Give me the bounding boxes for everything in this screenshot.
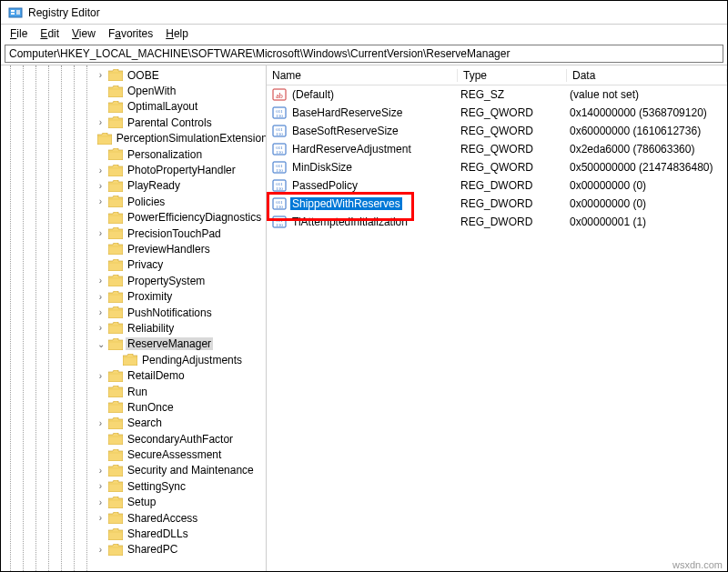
tree-item[interactable]: ⌄ReserveManager [3, 336, 266, 352]
tree-item[interactable]: ›PlayReady [3, 178, 266, 194]
tree-item-label[interactable]: SettingSync [126, 480, 187, 493]
menu-edit[interactable]: Edit [35, 26, 65, 41]
chevron-right-icon[interactable]: › [94, 117, 107, 127]
chevron-right-icon[interactable]: › [94, 196, 107, 206]
tree-item-label[interactable]: OOBE [126, 69, 161, 82]
chevron-right-icon[interactable]: › [94, 418, 107, 428]
tree-item[interactable]: ·OptimalLayout [3, 99, 266, 115]
value-name[interactable]: MinDiskSize [290, 161, 354, 174]
value-name[interactable]: (Default) [290, 88, 336, 101]
column-name[interactable]: Name [267, 69, 458, 82]
column-data[interactable]: Data [567, 69, 727, 82]
tree-item-label[interactable]: OpenWith [126, 85, 177, 97]
list-header[interactable]: Name Type Data [267, 65, 727, 85]
column-type[interactable]: Type [458, 69, 567, 82]
tree-item[interactable]: ›Security and Maintenance [3, 463, 266, 478]
menu-file[interactable]: File [5, 26, 33, 41]
tree-item[interactable]: ·OpenWith [3, 83, 266, 98]
menu-favorites[interactable]: Favorites [103, 26, 158, 41]
tree-item-label[interactable]: Search [126, 416, 164, 429]
value-name[interactable]: PassedPolicy [290, 179, 359, 192]
chevron-down-icon[interactable]: ⌄ [94, 339, 107, 349]
tree-item-label[interactable]: Proximity [126, 290, 174, 303]
value-row[interactable]: 011110BaseHardReserveSizeREG_QWORD0x1400… [267, 104, 727, 122]
tree-item[interactable]: ›Search [3, 416, 266, 431]
chevron-right-icon[interactable]: › [94, 307, 107, 317]
chevron-right-icon[interactable]: › [94, 513, 107, 523]
tree-item[interactable]: ·RunOnce [3, 399, 266, 415]
tree-item[interactable]: ›SharedAccess [3, 510, 266, 526]
tree-item[interactable]: ·PerceptionSimulationExtensions [3, 131, 266, 146]
tree-item[interactable]: ·PendingAdjustments [3, 352, 266, 367]
chevron-right-icon[interactable]: › [94, 466, 107, 476]
menu-view[interactable]: View [66, 26, 101, 41]
tree-item[interactable]: ›PropertySystem [3, 273, 266, 288]
tree-item[interactable]: ›SharedPC [3, 542, 266, 557]
tree-item[interactable]: ·Personalization [3, 146, 266, 162]
tree-item[interactable]: ›RetailDemo [3, 367, 266, 383]
tree-item[interactable]: ·SecureAssessment [3, 447, 266, 462]
value-row[interactable]: 011110MinDiskSizeREG_QWORD0x500000000 (2… [267, 158, 727, 176]
chevron-right-icon[interactable]: › [94, 545, 107, 555]
tree-item-label[interactable]: PropertySystem [126, 275, 207, 287]
value-row[interactable]: 011110TiAttemptedInitializationREG_DWORD… [267, 213, 727, 231]
tree-item-label[interactable]: Setup [126, 496, 157, 508]
tree-item[interactable]: ›SettingSync [3, 478, 266, 494]
value-name[interactable]: TiAttemptedInitialization [290, 216, 410, 228]
tree-item-label[interactable]: SecondaryAuthFactor [126, 433, 235, 446]
tree-item-label[interactable]: PrecisionTouchPad [126, 227, 223, 240]
chevron-right-icon[interactable]: › [94, 70, 107, 80]
value-name[interactable]: BaseHardReserveSize [290, 106, 404, 119]
value-row[interactable]: 011110ShippedWithReservesREG_DWORD0x0000… [267, 195, 727, 213]
value-name[interactable]: HardReserveAdjustment [290, 143, 413, 156]
value-name[interactable]: ShippedWithReserves [290, 197, 402, 210]
value-name[interactable]: BaseSoftReserveSize [290, 125, 400, 137]
chevron-right-icon[interactable]: › [94, 228, 107, 238]
tree-item[interactable]: ›Policies [3, 194, 266, 209]
tree-item-label[interactable]: ReserveManager [126, 337, 213, 350]
tree-item-label[interactable]: PendingAdjustments [140, 354, 244, 366]
values-pane[interactable]: Name Type Data ab(Default)REG_SZ(value n… [267, 65, 727, 571]
address-bar[interactable]: Computer\HKEY_LOCAL_MACHINE\SOFTWARE\Mic… [5, 45, 723, 63]
tree-item-label[interactable]: PhotoPropertyHandler [126, 164, 238, 176]
tree-item-label[interactable]: Personalization [126, 148, 204, 161]
tree-item-label[interactable]: Privacy [126, 258, 165, 271]
value-row[interactable]: 011110PassedPolicyREG_DWORD0x00000000 (0… [267, 176, 727, 195]
tree-item[interactable]: ·Run [3, 384, 266, 399]
tree-item[interactable]: ·Privacy [3, 257, 266, 273]
value-row[interactable]: 011110HardReserveAdjustmentREG_QWORD0x2e… [267, 140, 727, 158]
tree-item-label[interactable]: PreviewHandlers [126, 243, 212, 256]
value-row[interactable]: 011110BaseSoftReserveSizeREG_QWORD0x6000… [267, 122, 727, 140]
tree-item-label[interactable]: Reliability [126, 322, 176, 335]
tree-item[interactable]: ·SecondaryAuthFactor [3, 431, 266, 447]
tree-item-label[interactable]: PowerEfficiencyDiagnostics [126, 211, 263, 224]
chevron-right-icon[interactable]: › [94, 276, 107, 286]
value-row[interactable]: ab(Default)REG_SZ(value not set) [267, 85, 727, 104]
menu-help[interactable]: Help [160, 26, 194, 41]
tree-item[interactable]: ›Proximity [3, 288, 266, 304]
tree-item[interactable]: ›Parental Controls [3, 115, 266, 130]
tree-item[interactable]: ›PhotoPropertyHandler [3, 162, 266, 177]
tree-item-label[interactable]: Policies [126, 196, 167, 208]
chevron-right-icon[interactable]: › [94, 371, 107, 381]
tree-item[interactable]: ›PushNotifications [3, 305, 266, 320]
tree-item-label[interactable]: PlayReady [126, 179, 182, 192]
tree-item[interactable]: ›OOBE [3, 67, 266, 83]
tree-item-label[interactable]: RetailDemo [126, 369, 187, 382]
chevron-right-icon[interactable]: › [94, 166, 107, 176]
tree-item-label[interactable]: OptimalLayout [126, 100, 199, 113]
tree-item-label[interactable]: SharedAccess [126, 512, 199, 525]
chevron-right-icon[interactable]: › [94, 292, 107, 302]
tree-item-label[interactable]: Run [126, 386, 149, 398]
tree-item[interactable]: ›Reliability [3, 320, 266, 336]
chevron-right-icon[interactable]: › [94, 181, 107, 191]
tree-item-label[interactable]: SharedDLLs [126, 527, 190, 540]
tree-item-label[interactable]: PerceptionSimulationExtensions [115, 132, 267, 145]
chevron-right-icon[interactable]: › [94, 497, 107, 507]
tree-item[interactable]: ·PreviewHandlers [3, 241, 266, 256]
tree-pane[interactable]: ›OOBE·OpenWith·OptimalLayout›Parental Co… [1, 65, 267, 571]
tree-item-label[interactable]: Parental Controls [126, 116, 214, 129]
tree-item-label[interactable]: SecureAssessment [126, 448, 223, 461]
tree-item[interactable]: ›Setup [3, 495, 266, 510]
tree-item-label[interactable]: PushNotifications [126, 306, 214, 319]
